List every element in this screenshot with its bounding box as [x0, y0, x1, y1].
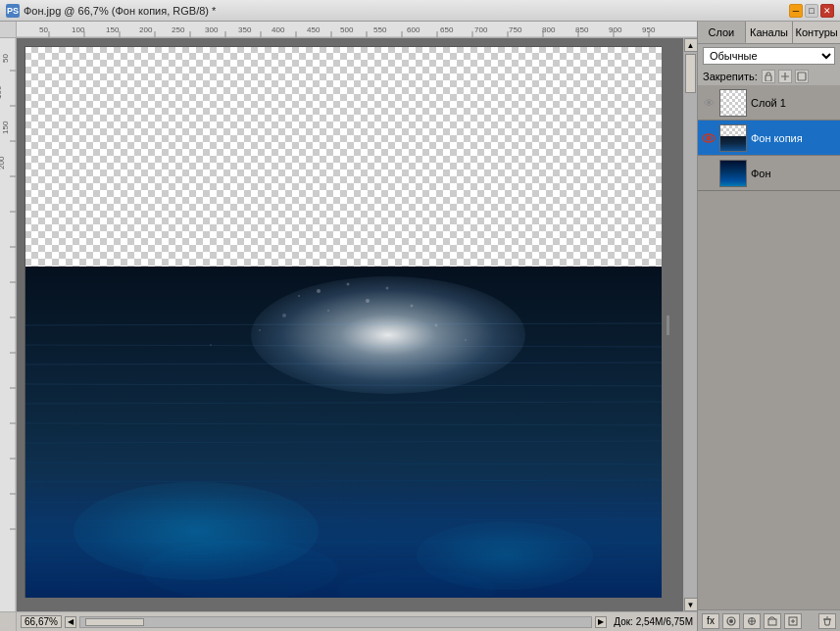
panel-tabs: Слои Каналы Контуры [698, 22, 840, 44]
svg-text:250: 250 [172, 25, 185, 34]
tab-channels[interactable]: Каналы [746, 22, 794, 43]
svg-text:650: 650 [440, 25, 454, 34]
svg-text:750: 750 [509, 25, 522, 34]
bottom-bar: 66,67% ◀ ▶ Док: 2,54М/6,75М [0, 611, 697, 631]
svg-text:900: 900 [609, 25, 622, 34]
ruler-v-svg: 50 100 150 200 250 300 350 [0, 38, 17, 611]
close-button[interactable]: ✕ [820, 4, 834, 18]
layer-group-button[interactable] [764, 613, 781, 629]
title-bar-left: PS Фон.jpg @ 66,7% (Фон копия, RGB/8) * [6, 4, 216, 18]
svg-rect-97 [798, 73, 806, 80]
right-panel: Слои Каналы Контуры Обычные Закрепить: [697, 22, 840, 631]
svg-line-68 [25, 323, 662, 325]
h-scroll-right[interactable]: ▶ [595, 616, 607, 628]
canvas-transparent-area [25, 46, 662, 267]
tab-layers[interactable]: Слои [698, 22, 746, 43]
scrollbar-horizontal[interactable] [79, 616, 592, 628]
lock-pixels-button[interactable] [762, 70, 775, 83]
svg-text:350: 350 [238, 25, 252, 34]
svg-text:450: 450 [307, 25, 321, 34]
scrollbar-thumb-h[interactable] [85, 618, 144, 626]
svg-text:50: 50 [39, 25, 48, 34]
blend-mode-row: Обычные [698, 44, 840, 68]
svg-text:850: 850 [575, 25, 589, 34]
h-scroll-left[interactable]: ◀ [65, 616, 76, 628]
tab-paths[interactable]: Контуры [793, 22, 840, 43]
new-layer-button[interactable] [784, 613, 802, 629]
svg-text:100: 100 [0, 85, 3, 99]
scrollbar-thumb-v[interactable] [685, 54, 696, 93]
blend-mode-select[interactable]: Обычные [703, 47, 835, 65]
minimize-button[interactable]: ─ [789, 4, 803, 18]
layers-spacer [698, 348, 840, 610]
svg-text:800: 800 [542, 25, 556, 34]
layer-item-fon[interactable]: Фон [698, 156, 840, 191]
ocean-image [25, 267, 662, 598]
svg-text:950: 950 [642, 25, 656, 34]
svg-point-83 [347, 283, 350, 286]
doc-info: Док: 2,54М/6,75М [614, 616, 693, 627]
layer-thumbnail-fon [719, 160, 747, 187]
layer-fx-button[interactable]: fx [702, 613, 719, 629]
svg-line-70 [25, 363, 662, 364]
maximize-button[interactable]: □ [805, 4, 818, 18]
svg-text:250: 250 [0, 191, 2, 205]
layer-name-sloy1: Слой 1 [751, 97, 836, 109]
svg-rect-96 [766, 75, 771, 81]
svg-point-82 [317, 289, 321, 293]
lock-all-button[interactable] [795, 70, 809, 83]
window-controls: ─ □ ✕ [789, 4, 834, 18]
layer-eye-fon[interactable] [702, 167, 716, 180]
svg-line-69 [25, 345, 662, 347]
svg-point-90 [259, 329, 261, 331]
scroll-down-button[interactable]: ▼ [684, 598, 698, 611]
svg-text:700: 700 [474, 25, 488, 34]
bottom-corner [0, 612, 17, 631]
fon-kopiya-thumb-bg [720, 125, 746, 151]
document-container [25, 46, 662, 598]
ruler-vertical: 50 100 150 200 250 300 350 [0, 38, 17, 611]
delete-layer-button[interactable] [818, 613, 836, 629]
svg-point-93 [465, 339, 467, 341]
layer-adjustment-button[interactable] [743, 613, 761, 629]
svg-line-81 [25, 580, 662, 582]
layer-item-sloy1[interactable]: 👁 Слой 1 [698, 85, 840, 121]
svg-text:100: 100 [72, 25, 85, 34]
canvas-scroll-content[interactable] [17, 38, 683, 611]
scrollbar-track-v[interactable] [684, 52, 697, 598]
svg-point-92 [210, 344, 212, 346]
svg-point-91 [435, 324, 438, 327]
scroll-up-button[interactable]: ▲ [684, 38, 698, 52]
svg-line-72 [25, 402, 662, 404]
layer-eye-sloy1[interactable]: 👁 [702, 96, 716, 110]
lock-label: Закрепить: [703, 71, 758, 82]
lock-icons [762, 70, 809, 83]
svg-text:200: 200 [139, 25, 153, 34]
lock-position-button[interactable] [778, 70, 792, 83]
svg-point-87 [327, 310, 329, 312]
svg-point-84 [298, 295, 300, 297]
ruler-horizontal: 50 100 150 200 250 300 350 [17, 22, 697, 38]
canvas-area: 50 100 150 200 250 300 350 [0, 22, 697, 631]
svg-text:550: 550 [373, 25, 387, 34]
svg-line-75 [25, 462, 662, 464]
teal-shimmer-right [417, 521, 593, 590]
svg-text:400: 400 [272, 25, 285, 34]
svg-rect-103 [768, 619, 776, 625]
window-title: Фон.jpg @ 66,7% (Фон копия, RGB/8) * [24, 5, 216, 17]
svg-point-85 [366, 299, 370, 303]
svg-point-86 [386, 287, 389, 290]
svg-text:200: 200 [0, 156, 6, 170]
layer-eye-fon-kopiya[interactable] [702, 131, 716, 145]
svg-line-74 [25, 441, 662, 443]
layer-mask-button[interactable] [722, 613, 740, 629]
resize-handle [667, 316, 669, 335]
svg-point-89 [411, 305, 414, 308]
svg-point-88 [282, 314, 286, 317]
layer-item-fon-kopiya[interactable]: Фон копия [698, 121, 840, 156]
zoom-value[interactable]: 66,67% [21, 615, 62, 628]
layer-thumb-checker-sloy1 [720, 90, 746, 116]
teal-shimmer [74, 482, 319, 580]
svg-text:500: 500 [340, 25, 354, 34]
svg-point-99 [707, 135, 712, 140]
